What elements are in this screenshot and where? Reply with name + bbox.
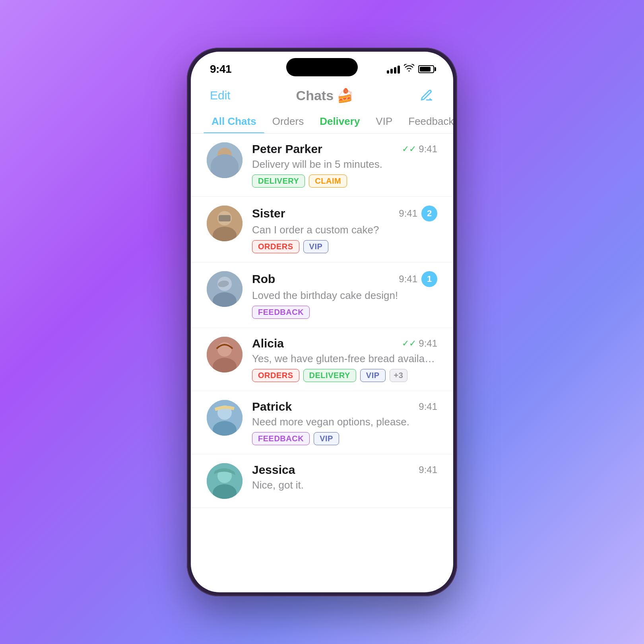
tab-delivery[interactable]: Delivery xyxy=(312,110,368,133)
svg-point-2 xyxy=(217,148,232,162)
chat-preview-sister: Can I order a custom cake? xyxy=(252,224,437,236)
chat-tags-peter: DELIVERY CLAIM xyxy=(252,175,437,188)
status-bar: 9:41 xyxy=(191,52,453,80)
avatar-peter xyxy=(207,142,242,178)
avatar-patrick xyxy=(207,400,242,436)
chat-content-sister: Sister 9:41 2 Can I order a custom cake?… xyxy=(252,206,437,253)
header: Edit Chats 🍰 xyxy=(191,80,453,110)
chat-item-sister[interactable]: Sister 9:41 2 Can I order a custom cake?… xyxy=(191,197,453,262)
chat-tags-sister: ORDERS VIP xyxy=(252,240,437,253)
tag-feedback-patrick: FEEDBACK xyxy=(252,432,310,445)
chat-preview-peter: Delivery will be in 5 minutes. xyxy=(252,158,437,171)
tag-vip: VIP xyxy=(303,240,329,253)
chat-time-peter: ✓✓ 9:41 xyxy=(402,144,437,155)
chat-time-jessica: 9:41 xyxy=(419,464,437,475)
compose-button[interactable] xyxy=(419,88,434,103)
tag-feedback: FEEDBACK xyxy=(252,306,310,319)
tag-vip-patrick: VIP xyxy=(314,432,339,445)
edit-button[interactable]: Edit xyxy=(210,89,231,102)
chat-name-alicia: Alicia xyxy=(252,337,284,350)
tab-all-chats[interactable]: All Chats xyxy=(204,110,264,133)
chat-name-patrick: Patrick xyxy=(252,400,292,413)
tag-more-alicia: +3 xyxy=(390,369,408,382)
svg-line-0 xyxy=(430,99,431,100)
chat-preview-patrick: Need more vegan options, please. xyxy=(252,416,437,428)
tabs-bar: All Chats Orders Delivery VIP Feedback xyxy=(191,110,453,134)
phone-frame: 9:41 Ed xyxy=(187,48,457,596)
chat-preview-jessica: Nice, got it. xyxy=(252,479,437,491)
tab-vip[interactable]: VIP xyxy=(368,110,400,133)
signal-icon xyxy=(387,65,400,74)
chat-item-peter-parker[interactable]: Peter Parker ✓✓ 9:41 Delivery will be in… xyxy=(191,134,453,197)
tab-orders[interactable]: Orders xyxy=(264,110,312,133)
chat-time-sister: 9:41 xyxy=(399,208,417,219)
dynamic-island xyxy=(286,58,358,76)
tag-delivery-alicia: DELIVERY xyxy=(303,369,356,382)
chat-preview-alicia: Yes, we have gluten-free bread available… xyxy=(252,353,437,365)
chat-name-rob: Rob xyxy=(252,272,275,286)
chat-content-alicia: Alicia ✓✓ 9:41 Yes, we have gluten-free … xyxy=(252,337,437,382)
read-receipt-alicia: ✓✓ xyxy=(402,338,416,349)
status-icons xyxy=(387,64,434,74)
chat-time-rob: 9:41 xyxy=(399,274,417,285)
chat-time-patrick: 9:41 xyxy=(419,401,437,412)
chat-name-jessica: Jessica xyxy=(252,463,295,477)
chat-content-peter: Peter Parker ✓✓ 9:41 Delivery will be in… xyxy=(252,142,437,188)
title-emoji: 🍰 xyxy=(337,87,353,103)
avatar-alicia xyxy=(207,337,242,372)
chat-tags-patrick: FEEDBACK VIP xyxy=(252,432,437,445)
chat-item-patrick[interactable]: Patrick 9:41 Need more vegan options, pl… xyxy=(191,391,453,454)
phone-screen: 9:41 Ed xyxy=(191,52,453,592)
chat-preview-rob: Loved the birthday cake design! xyxy=(252,289,437,302)
chat-tags-rob: FEEDBACK xyxy=(252,306,437,319)
tag-vip-alicia: VIP xyxy=(360,369,386,382)
page-title: Chats 🍰 xyxy=(296,87,353,103)
svg-point-3 xyxy=(213,163,237,178)
chat-tags-alicia: ORDERS DELIVERY VIP +3 xyxy=(252,369,437,382)
tab-feedback[interactable]: Feedback xyxy=(400,110,453,133)
chat-time-alicia: ✓✓ 9:41 xyxy=(402,338,437,349)
avatar-rob xyxy=(207,271,242,307)
badge-sister: 2 xyxy=(421,206,437,221)
avatar-sister xyxy=(207,206,242,241)
svg-rect-1 xyxy=(207,142,242,178)
chat-item-alicia[interactable]: Alicia ✓✓ 9:41 Yes, we have gluten-free … xyxy=(191,328,453,391)
read-receipt-peter: ✓✓ xyxy=(402,144,416,154)
chat-content-jessica: Jessica 9:41 Nice, got it. xyxy=(252,463,437,495)
chat-content-patrick: Patrick 9:41 Need more vegan options, pl… xyxy=(252,400,437,445)
status-time: 9:41 xyxy=(210,63,231,76)
chat-item-jessica[interactable]: Jessica 9:41 Nice, got it. xyxy=(191,454,453,508)
tag-claim: CLAIM xyxy=(309,175,347,188)
chat-list: Peter Parker ✓✓ 9:41 Delivery will be in… xyxy=(191,134,453,592)
wifi-icon xyxy=(404,64,414,74)
tag-orders-alicia: ORDERS xyxy=(252,369,299,382)
chat-name-sister: Sister xyxy=(252,207,285,220)
tag-delivery: DELIVERY xyxy=(252,175,305,188)
avatar-jessica xyxy=(207,463,242,499)
svg-rect-7 xyxy=(219,215,231,221)
badge-rob: 1 xyxy=(421,271,437,287)
tag-orders: ORDERS xyxy=(252,240,299,253)
chat-name-peter: Peter Parker xyxy=(252,142,322,156)
chat-item-rob[interactable]: Rob 9:41 1 Loved the birthday cake desig… xyxy=(191,262,453,328)
chat-content-rob: Rob 9:41 1 Loved the birthday cake desig… xyxy=(252,271,437,319)
battery-icon xyxy=(418,65,434,73)
